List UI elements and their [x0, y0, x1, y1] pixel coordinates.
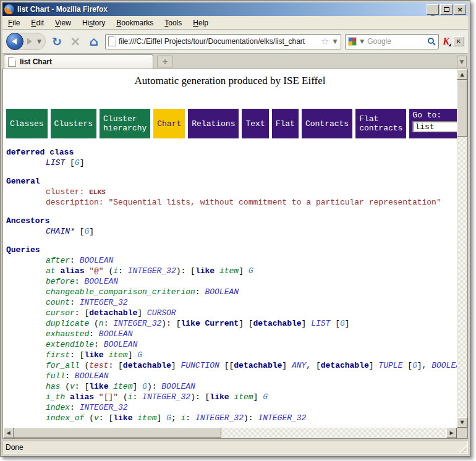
- bookmark-star-icon[interactable]: ☆: [321, 36, 329, 47]
- code-token-feat: for_all: [46, 361, 80, 370]
- scroll-right-button[interactable]: ▶: [446, 428, 457, 438]
- search-input[interactable]: Google: [367, 37, 425, 46]
- resize-grip[interactable]: [459, 445, 467, 453]
- code-token-pl: [[: [219, 361, 234, 370]
- forward-button[interactable]: [23, 36, 36, 47]
- close-button[interactable]: ×: [454, 4, 466, 15]
- code-token-feat: at: [46, 266, 56, 276]
- class-link[interactable]: INTEGER_32: [80, 403, 128, 412]
- menu-view[interactable]: View: [49, 17, 77, 28]
- title-bar[interactable]: list Chart - Mozilla Firefox _ ×: [2, 2, 468, 16]
- code-line: duplicate (n: INTEGER_32): [like Current…: [6, 318, 457, 329]
- code-token-pl: [94, 392, 99, 402]
- home-button[interactable]: ⌂: [87, 33, 101, 49]
- class-link[interactable]: INTEGER_32: [195, 413, 244, 423]
- vertical-scroll-thumb[interactable]: [457, 80, 467, 137]
- class-link[interactable]: INTEGER_32: [258, 413, 306, 423]
- doc-button-flat-contracts[interactable]: Flat contracts: [355, 109, 406, 138]
- doc-button-contracts[interactable]: Contracts: [302, 109, 352, 138]
- class-link[interactable]: TUPLE: [378, 361, 402, 370]
- class-link[interactable]: BOOLEAN: [104, 340, 138, 349]
- url-dropdown-icon[interactable]: ▼: [331, 38, 338, 44]
- goto-input[interactable]: [412, 121, 457, 132]
- class-link[interactable]: BOOLEAN: [99, 329, 133, 339]
- menu-bookmarks[interactable]: Bookmarks: [111, 17, 159, 28]
- menu-edit[interactable]: Edit: [25, 17, 49, 28]
- search-icon[interactable]: [427, 37, 436, 46]
- horizontal-scrollbar[interactable]: ◀ ▶: [3, 428, 457, 438]
- code-token-sec: General: [6, 177, 40, 186]
- window-title: list Chart - Mozilla Firefox: [17, 5, 425, 14]
- class-link[interactable]: G: [340, 319, 345, 328]
- menu-tools[interactable]: Tools: [159, 17, 187, 28]
- reload-button[interactable]: ↻: [49, 33, 64, 49]
- code-token-feat: extendible: [46, 340, 94, 349]
- class-link[interactable]: G: [412, 361, 417, 370]
- url-text[interactable]: file:///C:/Eiffel Projects/tour/Document…: [119, 37, 318, 46]
- class-link[interactable]: BOOLEAN: [431, 361, 457, 370]
- menu-file[interactable]: File: [2, 17, 25, 28]
- stop-button[interactable]: ×: [68, 33, 83, 49]
- class-link[interactable]: BOOLEAN: [80, 256, 114, 265]
- class-link[interactable]: INTEGER_32: [80, 298, 128, 307]
- google-logo-icon: [348, 37, 357, 46]
- class-link[interactable]: INTEGER_32: [113, 319, 161, 328]
- doc-button-text[interactable]: Text: [242, 109, 268, 138]
- search-engine-dropdown-icon[interactable]: ▼: [359, 38, 365, 44]
- code-token-pl: ]: [239, 266, 249, 276]
- code-line: after: BOOLEAN: [6, 255, 457, 266]
- scroll-up-button[interactable]: ▲: [457, 69, 467, 80]
- menu-history[interactable]: History: [77, 17, 111, 28]
- code-token-pl: , [: [306, 361, 320, 370]
- maximize-button[interactable]: [440, 4, 453, 15]
- code-token-kw: like: [89, 382, 108, 391]
- class-link[interactable]: INTEGER_32: [142, 392, 190, 402]
- class-link[interactable]: G: [249, 266, 253, 276]
- back-button[interactable]: [6, 33, 23, 50]
- horizontal-scroll-thumb[interactable]: [14, 428, 221, 438]
- vertical-scrollbar[interactable]: ▲ ▼: [457, 69, 467, 428]
- code-token-feat: item: [219, 266, 239, 276]
- class-link[interactable]: FUNCTION: [181, 361, 219, 370]
- address-bar[interactable]: file:///C:/Eiffel Projects/tour/Document…: [105, 34, 341, 49]
- class-link[interactable]: BOOLEAN: [84, 277, 118, 286]
- scroll-left-button[interactable]: ◀: [3, 428, 14, 438]
- page-title: Automatic generation produced by ISE Eif…: [3, 75, 457, 87]
- kaspersky-icon[interactable]: K: [443, 36, 449, 47]
- class-link[interactable]: INTEGER_32: [128, 266, 176, 276]
- class-link[interactable]: BOOLEAN: [161, 382, 195, 391]
- doc-button-classes[interactable]: Classes: [6, 109, 48, 138]
- doc-button-clusters[interactable]: Clusters: [51, 109, 96, 138]
- class-link[interactable]: ANY: [292, 361, 306, 370]
- minimize-button[interactable]: _: [427, 4, 439, 15]
- list-all-tabs-button[interactable]: ▼: [457, 56, 467, 67]
- class-link[interactable]: G: [142, 382, 147, 391]
- code-token-feat: has: [46, 382, 60, 391]
- doc-button-relations[interactable]: Relations: [188, 109, 239, 138]
- code-token-pl: (: [118, 392, 128, 402]
- class-link[interactable]: G: [166, 413, 171, 423]
- maximize-icon: [444, 7, 449, 12]
- class-link[interactable]: BOOLEAN: [205, 287, 239, 297]
- history-dropdown-icon[interactable]: ▼: [36, 38, 43, 44]
- class-link[interactable]: G: [137, 350, 142, 360]
- code-token-pl: :: [118, 266, 128, 276]
- scroll-down-button[interactable]: ▼: [457, 417, 467, 428]
- tab-list-chart[interactable]: list Chart: [4, 54, 153, 69]
- class-link[interactable]: G: [75, 158, 80, 167]
- doc-button-chart[interactable]: Chart: [153, 109, 185, 138]
- code-token-kw: deferred class: [6, 148, 74, 157]
- k-extension-button[interactable]: K: [453, 36, 464, 46]
- doc-button-cluster-hierarchy[interactable]: Cluster hierarchy: [100, 109, 150, 138]
- code-line: changeable_comparison_criterion: BOOLEAN: [6, 287, 457, 297]
- new-tab-button[interactable]: +: [157, 56, 173, 67]
- menu-help[interactable]: Help: [187, 17, 214, 28]
- code-token-pl: ]: [157, 413, 167, 423]
- class-link[interactable]: G: [263, 392, 268, 402]
- code-token-feat: cursor: [46, 308, 75, 318]
- search-bar[interactable]: ▼ Google: [345, 34, 439, 49]
- class-link[interactable]: LIST: [311, 319, 330, 328]
- doc-button-flat[interactable]: Flat: [272, 109, 299, 138]
- class-link[interactable]: BOOLEAN: [75, 371, 109, 381]
- class-link[interactable]: CURSOR: [147, 308, 176, 318]
